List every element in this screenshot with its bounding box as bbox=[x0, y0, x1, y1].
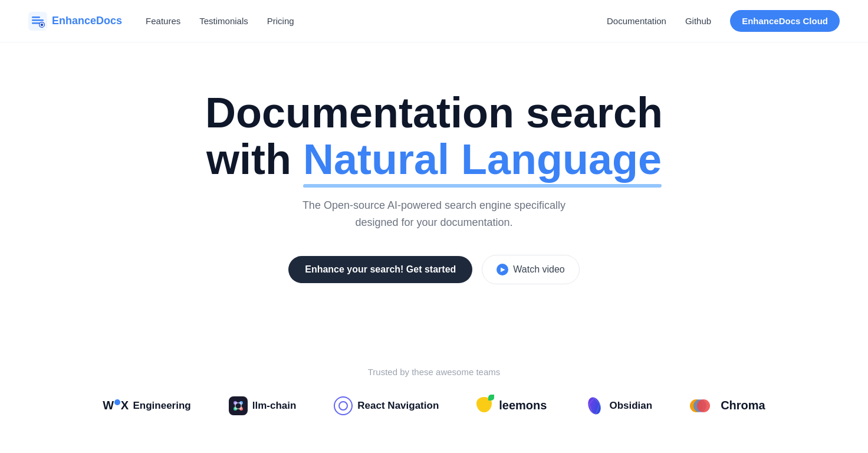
chroma-circle-red bbox=[697, 399, 710, 412]
hero-title-highlight: Natural Language bbox=[303, 136, 662, 183]
leemons-logo-icon bbox=[476, 397, 494, 415]
nav-link-testimonials[interactable]: Testimonials bbox=[199, 16, 248, 26]
lemon-leaf bbox=[488, 395, 494, 401]
react-nav-logo-label: React Navigation bbox=[357, 400, 439, 412]
hero-cta: Enhance your search! Get started ▶ Watch… bbox=[288, 255, 580, 284]
hero-title-part1: Documentation search bbox=[205, 89, 663, 136]
trusted-logo-react-navigation: React Navigation bbox=[334, 396, 439, 415]
nav-link-github[interactable]: Github bbox=[685, 16, 711, 26]
hero-section: Documentation search with Natural Langua… bbox=[0, 42, 868, 320]
react-inner-ring bbox=[338, 401, 348, 411]
llm-logo-label: llm-chain bbox=[252, 400, 297, 412]
trusted-logo-chroma: Chroma bbox=[690, 396, 765, 416]
play-icon: ▶ bbox=[497, 264, 508, 275]
llm-logo-icon bbox=[229, 396, 248, 415]
logo-text: EnhanceDocs bbox=[52, 15, 122, 27]
logo-icon bbox=[28, 12, 47, 31]
navbar: EnhanceDocs Features Testimonials Pricin… bbox=[0, 0, 868, 42]
trusted-label: Trusted by these awesome teams bbox=[368, 367, 501, 377]
chroma-logo-icon bbox=[690, 396, 716, 416]
trusted-logo-wix: WX Engineering bbox=[103, 399, 190, 412]
nav-left: EnhanceDocs Features Testimonials Pricin… bbox=[28, 12, 294, 31]
nav-right: Documentation Github EnhanceDocs Cloud bbox=[607, 10, 840, 32]
trusted-logo-leemons: leemons bbox=[476, 397, 547, 415]
logo[interactable]: EnhanceDocs bbox=[28, 12, 122, 31]
hero-subtitle: The Open-source AI-powered search engine… bbox=[287, 197, 581, 231]
svg-rect-1 bbox=[32, 17, 40, 18]
obsidian-logo-icon bbox=[584, 396, 604, 416]
watch-video-label: Watch video bbox=[513, 264, 564, 275]
react-nav-logo-icon bbox=[334, 396, 353, 415]
nav-link-features[interactable]: Features bbox=[146, 16, 180, 26]
svg-rect-2 bbox=[32, 19, 44, 21]
logo-text-colored: Docs bbox=[96, 15, 122, 27]
hero-title: Documentation search with Natural Langua… bbox=[205, 90, 663, 183]
nav-link-documentation[interactable]: Documentation bbox=[607, 16, 666, 26]
chroma-logo-label: Chroma bbox=[721, 399, 765, 412]
watch-video-button[interactable]: ▶ Watch video bbox=[482, 255, 579, 284]
logo-text-normal: Enhance bbox=[52, 15, 96, 27]
trusted-section: Trusted by these awesome teams WX Engine… bbox=[0, 343, 868, 451]
obsidian-logo-label: Obsidian bbox=[609, 400, 652, 412]
enhancedocs-cloud-button[interactable]: EnhanceDocs Cloud bbox=[730, 10, 840, 32]
svg-point-15 bbox=[586, 396, 603, 416]
nav-link-pricing[interactable]: Pricing bbox=[267, 16, 294, 26]
trusted-logo-llmchain: llm-chain bbox=[229, 396, 297, 415]
nav-links: Features Testimonials Pricing bbox=[146, 16, 294, 26]
get-started-button[interactable]: Enhance your search! Get started bbox=[288, 256, 472, 283]
wix-logo-text: WX bbox=[103, 399, 128, 412]
hero-title-part2: with bbox=[206, 136, 303, 183]
wix-logo-label: Engineering bbox=[133, 400, 190, 412]
trusted-logo-obsidian: Obsidian bbox=[584, 396, 652, 416]
trusted-logos: WX Engineering llm-chain bbox=[103, 396, 765, 416]
leemons-logo-label: leemons bbox=[499, 399, 547, 412]
